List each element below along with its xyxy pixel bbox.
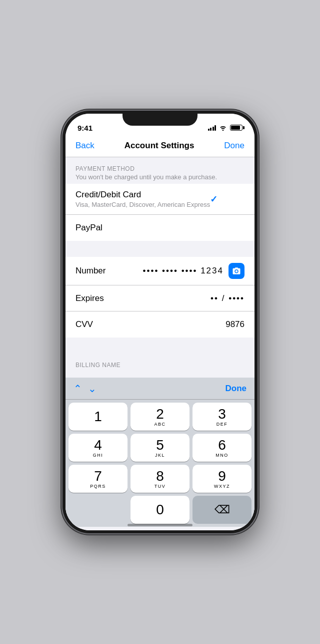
cvv-label: CVV <box>76 319 226 330</box>
key-1[interactable]: 1 <box>68 403 128 431</box>
payment-method-subtitle: You won't be charged until you make a pu… <box>76 173 244 181</box>
credit-card-row[interactable]: Credit/Debit Card Visa, MasterCard, Disc… <box>66 184 254 215</box>
svg-point-0 <box>236 270 238 273</box>
camera-icon <box>232 266 241 275</box>
expires-value: •• / •••• <box>210 293 244 303</box>
paypal-label: PayPal <box>76 223 244 233</box>
expires-row[interactable]: Expires •• / •••• <box>66 285 254 311</box>
phone-frame: 9:41 <box>62 111 258 533</box>
key-6[interactable]: 6 MNO <box>192 434 252 462</box>
payment-method-header: PAYMENT METHOD You won't be charged unti… <box>66 157 254 184</box>
paypal-row[interactable]: PayPal <box>66 215 254 241</box>
notch <box>122 111 198 126</box>
wifi-icon <box>219 125 227 131</box>
key-9[interactable]: 9 WXYZ <box>192 465 252 493</box>
keyboard-row-4: 0 ⌫ <box>68 496 252 524</box>
credit-card-label: Credit/Debit Card <box>76 190 210 200</box>
key-delete[interactable]: ⌫ <box>192 496 252 524</box>
signal-icon <box>208 125 216 131</box>
checkmark-icon: ✓ <box>210 194 218 205</box>
separator-3 <box>66 372 254 378</box>
toolbar-up-arrow[interactable]: ⌃ <box>74 383 82 395</box>
key-5[interactable]: 5 JKL <box>130 434 190 462</box>
number-label: Number <box>76 266 143 276</box>
nav-done-button[interactable]: Done <box>224 141 244 151</box>
content-area: PAYMENT METHOD You won't be charged unti… <box>66 157 254 530</box>
home-indicator <box>128 524 192 526</box>
keyboard-toolbar: ⌃ ⌄ Done <box>66 378 254 400</box>
cvv-value: 9876 <box>226 319 244 330</box>
billing-name-title: BILLING NAME <box>76 362 244 369</box>
key-7[interactable]: 7 PQRS <box>68 465 128 493</box>
separator-2 <box>66 338 254 354</box>
key-empty-left <box>68 496 128 524</box>
key-8[interactable]: 8 TUV <box>130 465 190 493</box>
status-icons <box>208 125 243 131</box>
battery-icon <box>230 125 242 131</box>
keyboard-row-3: 7 PQRS 8 TUV 9 WXYZ <box>68 465 252 493</box>
key-0[interactable]: 0 <box>130 496 190 524</box>
camera-button[interactable] <box>228 263 244 279</box>
card-number-row[interactable]: Number •••• •••• •••• 1234 <box>66 257 254 285</box>
keyboard-row-2: 4 GHI 5 JKL 6 MNO <box>68 434 252 462</box>
status-time: 9:41 <box>78 124 92 132</box>
delete-icon: ⌫ <box>214 503 230 516</box>
number-value: •••• •••• •••• 1234 <box>143 266 224 276</box>
screen: 9:41 <box>66 114 254 530</box>
page-title: Account Settings <box>124 141 194 151</box>
toolbar-nav: ⌃ ⌄ <box>74 383 96 395</box>
key-2[interactable]: 2 ABC <box>130 403 190 431</box>
numeric-keyboard: 1 2 ABC 3 DEF 4 <box>66 400 254 527</box>
keyboard-done-button[interactable]: Done <box>226 384 247 394</box>
expires-label: Expires <box>76 293 210 303</box>
credit-card-sublabel: Visa, MasterCard, Discover, American Exp… <box>76 201 210 208</box>
payment-options-section: Credit/Debit Card Visa, MasterCard, Disc… <box>66 184 254 241</box>
nav-bar: Back Account Settings Done <box>66 136 254 157</box>
key-3[interactable]: 3 DEF <box>192 403 252 431</box>
separator-1 <box>66 241 254 257</box>
back-button[interactable]: Back <box>76 141 94 151</box>
billing-name-header: BILLING NAME <box>66 354 254 372</box>
toolbar-down-arrow[interactable]: ⌄ <box>88 383 96 395</box>
key-4[interactable]: 4 GHI <box>68 434 128 462</box>
payment-method-title: PAYMENT METHOD <box>76 165 244 172</box>
credit-card-info: Credit/Debit Card Visa, MasterCard, Disc… <box>76 190 210 208</box>
cvv-row[interactable]: CVV 9876 <box>66 311 254 338</box>
card-details-section: Number •••• •••• •••• 1234 <box>66 257 254 338</box>
keyboard-row-1: 1 2 ABC 3 DEF <box>68 403 252 431</box>
